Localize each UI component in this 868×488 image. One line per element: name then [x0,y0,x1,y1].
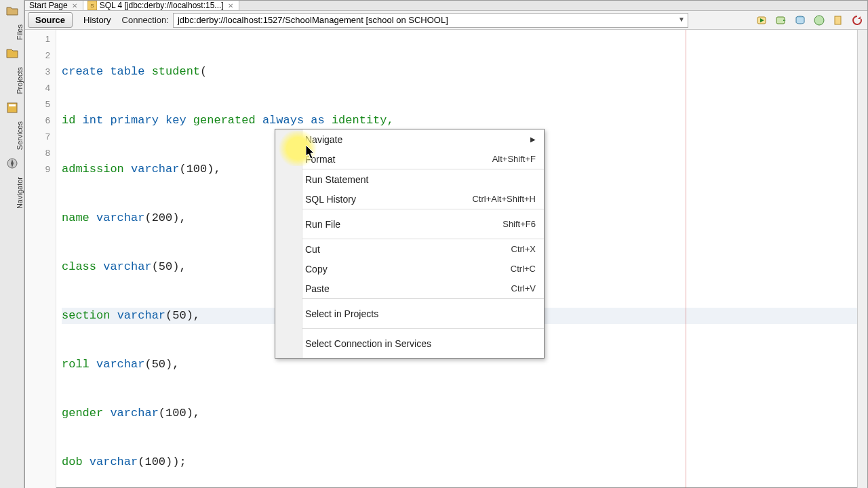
connection-dropdown[interactable]: jdbc:derby://localhost:1527/SchoolManage… [173,13,688,28]
globe-icon[interactable] [812,13,827,28]
menu-navigate[interactable]: Navigate ▶ [275,129,544,149]
print-margin [686,30,686,488]
connection-label: Connection: [122,15,169,25]
menu-format[interactable]: Format Alt+Shift+F [275,149,544,169]
menu-run-statement[interactable]: Run Statement [275,169,544,189]
menu-copy[interactable]: Copy Ctrl+C [275,259,544,279]
run-sql-icon[interactable] [755,13,770,28]
tab-start-page-label: Start Page [29,1,68,10]
services-icon[interactable] [3,100,22,116]
menu-select-in-projects[interactable]: Select in Projects [275,299,544,328]
menu-run-file[interactable]: Run File Shift+F6 [275,209,544,239]
sql-icon: S [87,1,97,10]
menu-select-connection[interactable]: Select Connection in Services [275,329,544,358]
editor-toolbar: Source History Connection: jdbc:derby://… [25,11,867,30]
editor-tabs: Start Page ✕ S SQL 4 [jdbc:derby://local… [25,1,867,11]
svg-rect-1 [9,104,16,106]
projects-icon[interactable] [3,45,22,62]
close-icon[interactable]: ✕ [226,2,235,9]
svg-point-8 [814,16,824,25]
tab-sql[interactable]: S SQL 4 [jdbc:derby://localhost:15...] ✕ [83,1,239,10]
clipboard-icon[interactable] [831,13,846,28]
files-icon[interactable] [3,3,22,19]
navigator-icon[interactable] [3,155,22,171]
close-icon[interactable]: ✕ [71,2,79,9]
tab-sql-label: SQL 4 [jdbc:derby://localhost:15...] [100,1,224,10]
context-menu: Navigate ▶ Format Alt+Shift+F Run Statem… [275,129,545,359]
chevron-down-icon: ▼ [678,16,685,23]
svg-text:S: S [90,3,94,9]
source-button[interactable]: Source [28,12,73,28]
tab-start-page[interactable]: Start Page ✕ [25,1,83,10]
menu-sql-history[interactable]: SQL History Ctrl+Alt+Shift+H [275,189,544,209]
sidebar-tab-services[interactable]: Services [0,117,24,154]
refresh-icon[interactable] [850,13,865,28]
db-icon[interactable] [793,13,808,28]
sidebar-tab-files[interactable]: Files [0,20,24,44]
sidebar-tab-projects[interactable]: Projects [0,63,24,98]
connection-value: jdbc:derby://localhost:1527/SchoolManage… [178,15,448,25]
sidebar-tab-navigator[interactable]: Navigator [0,173,24,213]
left-sidebar: Files Projects Services Navigator [0,0,24,488]
chevron-right-icon: ▶ [530,136,536,143]
svg-rect-9 [835,16,841,24]
line-gutter: 1 2 3 4 5 6 7 8 9 [25,30,56,488]
menu-cut[interactable]: Cut Ctrl+X [275,239,544,259]
run-statement-icon[interactable] [774,13,789,28]
history-button[interactable]: History [77,13,117,27]
menu-paste[interactable]: Paste Ctrl+V [275,279,544,298]
vertical-scrollbar[interactable] [857,30,867,488]
